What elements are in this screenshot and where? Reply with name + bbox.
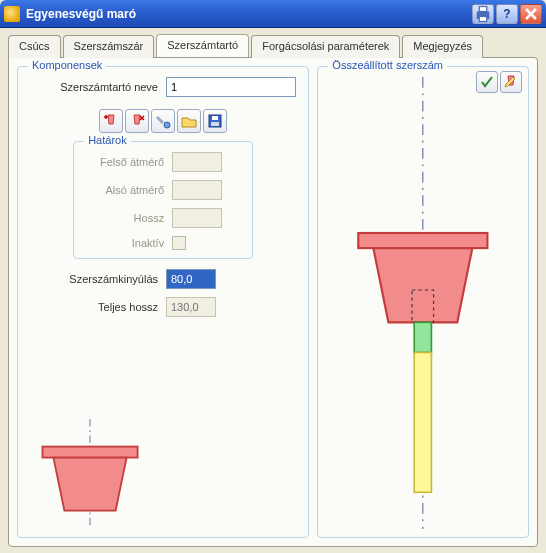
- row-szerszamtarto-neve: Szerszámtartó neve: [26, 77, 300, 97]
- input-also-atmero: [172, 180, 222, 200]
- titlebar: Egyenesvégű maró ?: [0, 0, 546, 28]
- browse-icon[interactable]: [177, 109, 201, 133]
- input-szerszamkinyulas[interactable]: [166, 269, 216, 289]
- tab-csucs[interactable]: Csúcs: [8, 35, 61, 58]
- holder-preview-canvas: [26, 329, 300, 529]
- tab-page: Komponensek Szerszámtartó neve: [8, 57, 538, 547]
- svg-rect-10: [359, 233, 488, 248]
- label-teljes-hossz: Teljes hossz: [26, 301, 166, 313]
- svg-rect-6: [211, 122, 219, 126]
- tab-strip: Csúcs Szerszámszár Szerszámtartó Forgács…: [8, 34, 538, 57]
- edit-tool-icon[interactable]: [500, 71, 522, 93]
- svg-point-3: [164, 122, 170, 128]
- window-title: Egyenesvégű maró: [26, 7, 470, 21]
- checkbox-inaktiv: [172, 236, 186, 250]
- input-teljes-hossz: [166, 297, 216, 317]
- svg-rect-12: [415, 322, 432, 352]
- label-hossz: Hossz: [82, 212, 172, 224]
- close-button[interactable]: [520, 4, 542, 24]
- group-komponensek: Komponensek Szerszámtartó neve: [17, 66, 309, 538]
- svg-rect-2: [479, 16, 487, 21]
- label-szerszamkinyulas: Szerszámkinyúlás: [26, 273, 166, 285]
- assembled-toolbar: [476, 71, 522, 93]
- print-button[interactable]: [472, 4, 494, 24]
- svg-rect-5: [212, 116, 218, 120]
- group-osszeallitott: Összeállított szerszám: [317, 66, 529, 538]
- tab-szerszamtarto[interactable]: Szerszámtartó: [156, 34, 249, 57]
- app-icon: [4, 6, 20, 22]
- holder-toolbar: [26, 109, 300, 133]
- tab-szerszamszar[interactable]: Szerszámszár: [63, 35, 155, 58]
- group-komponensek-legend: Komponensek: [28, 59, 106, 71]
- check-icon[interactable]: [476, 71, 498, 93]
- bottom-bar: Bezárás: [8, 547, 538, 553]
- group-hatarok-legend: Határok: [84, 134, 131, 146]
- delete-holder-icon[interactable]: [125, 109, 149, 133]
- assembled-tool-canvas: [326, 77, 520, 529]
- tab-forgacsolasi[interactable]: Forgácsolási paraméterek: [251, 35, 400, 58]
- tab-megjegyzes[interactable]: Megjegyzés: [402, 35, 483, 58]
- group-hatarok: Határok Felső átmérő Alsó átmérő Hossz I…: [73, 141, 253, 259]
- label-felso-atmero: Felső átmérő: [82, 156, 172, 168]
- svg-rect-1: [479, 6, 487, 11]
- input-hossz: [172, 208, 222, 228]
- label-szerszamtarto-neve: Szerszámtartó neve: [26, 81, 166, 93]
- label-also-atmero: Alsó átmérő: [82, 184, 172, 196]
- client-area: Csúcs Szerszámszár Szerszámtartó Forgács…: [0, 28, 546, 553]
- save-icon[interactable]: [203, 109, 227, 133]
- add-holder-icon[interactable]: [99, 109, 123, 133]
- input-felso-atmero: [172, 152, 222, 172]
- label-inaktiv: Inaktív: [82, 237, 172, 249]
- svg-rect-8: [42, 447, 137, 458]
- svg-rect-13: [415, 352, 432, 492]
- tools-icon[interactable]: [151, 109, 175, 133]
- help-button[interactable]: ?: [496, 4, 518, 24]
- input-szerszamtarto-neve[interactable]: [166, 77, 296, 97]
- group-osszeallitott-legend: Összeállított szerszám: [328, 59, 447, 71]
